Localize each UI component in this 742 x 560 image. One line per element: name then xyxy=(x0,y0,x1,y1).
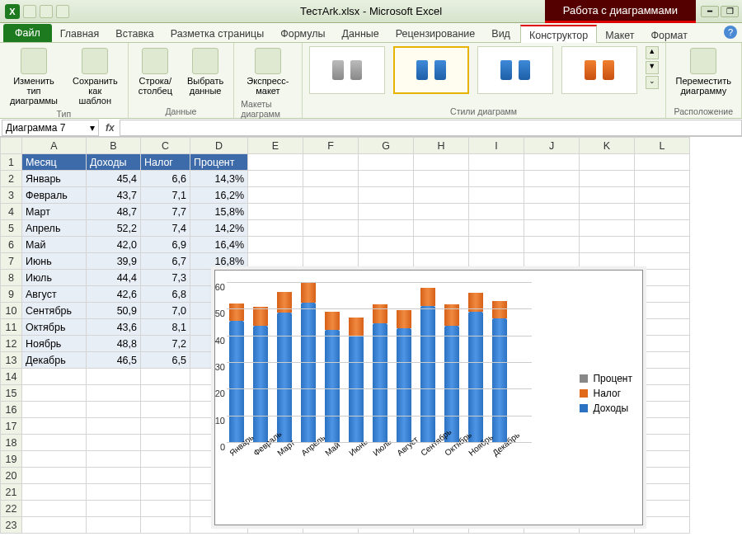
cell[interactable]: 6,5 xyxy=(141,352,190,369)
cell[interactable] xyxy=(580,154,635,171)
tab-insert[interactable]: Вставка xyxy=(107,25,162,42)
cell[interactable] xyxy=(469,154,524,171)
cell[interactable] xyxy=(469,187,524,204)
cell[interactable] xyxy=(359,204,414,220)
cell[interactable] xyxy=(141,435,190,451)
cell[interactable] xyxy=(635,220,690,237)
chart-style-4[interactable] xyxy=(561,46,637,94)
cell[interactable]: Июль xyxy=(22,270,87,286)
move-chart-button[interactable]: Переместить диаграмму xyxy=(673,46,735,97)
cell[interactable] xyxy=(141,501,190,517)
tab-review[interactable]: Рецензирование xyxy=(387,25,484,42)
tab-file[interactable]: Файл xyxy=(3,24,52,42)
cell[interactable] xyxy=(303,220,359,237)
cell[interactable]: Сентябрь xyxy=(22,303,87,319)
cell[interactable]: Июнь xyxy=(22,253,87,270)
cell[interactable]: Налог xyxy=(141,154,190,171)
cell[interactable]: 43,7 xyxy=(87,187,141,204)
cell[interactable] xyxy=(580,187,635,204)
cell[interactable] xyxy=(141,385,190,402)
cell[interactable]: Январь xyxy=(22,171,87,187)
cell[interactable] xyxy=(414,204,469,220)
cell[interactable] xyxy=(303,237,359,253)
cell[interactable]: 43,6 xyxy=(87,319,141,336)
cell[interactable] xyxy=(22,369,87,385)
cell[interactable] xyxy=(87,369,141,385)
tab-formulas[interactable]: Формулы xyxy=(272,25,333,42)
cell[interactable] xyxy=(469,171,524,187)
column-header[interactable]: H xyxy=(414,138,469,154)
cell[interactable]: 44,4 xyxy=(87,270,141,286)
chart-bar[interactable] xyxy=(396,310,412,442)
cell[interactable] xyxy=(248,171,303,187)
embedded-chart[interactable]: 0102030405060 xyxy=(214,270,643,525)
cell[interactable] xyxy=(248,220,303,237)
cell[interactable]: 7,3 xyxy=(141,270,190,286)
cell[interactable] xyxy=(248,154,303,171)
save-as-template-button[interactable]: Сохранить как шаблон xyxy=(69,46,121,107)
column-header[interactable]: L xyxy=(635,138,690,154)
cell[interactable]: Ноябрь xyxy=(22,336,87,352)
cell[interactable]: 45,4 xyxy=(87,171,141,187)
cell[interactable] xyxy=(141,369,190,385)
cell[interactable] xyxy=(22,451,87,468)
row-header[interactable]: 20 xyxy=(1,468,22,484)
cell[interactable] xyxy=(22,501,87,517)
chart-bar[interactable] xyxy=(491,301,508,442)
chart-bar[interactable] xyxy=(467,293,484,442)
qat-redo-icon[interactable] xyxy=(56,5,69,18)
cell[interactable] xyxy=(414,171,469,187)
cell[interactable] xyxy=(248,253,303,270)
formula-input[interactable] xyxy=(120,120,742,136)
cell[interactable] xyxy=(22,418,87,435)
cell[interactable]: 7,2 xyxy=(141,336,190,352)
cell[interactable] xyxy=(22,468,87,484)
cell[interactable] xyxy=(469,220,524,237)
style-scroll-up-icon[interactable]: ▲ xyxy=(646,46,659,59)
cell[interactable] xyxy=(87,468,141,484)
cell[interactable] xyxy=(524,220,580,237)
cell[interactable] xyxy=(87,501,141,517)
style-more-icon[interactable]: ⌄ xyxy=(646,76,659,89)
cell[interactable] xyxy=(524,237,580,253)
cell[interactable] xyxy=(141,402,190,418)
row-header[interactable]: 22 xyxy=(1,501,22,517)
row-header[interactable]: 8 xyxy=(1,270,22,286)
cell[interactable] xyxy=(635,253,690,270)
cell[interactable] xyxy=(524,154,580,171)
cell[interactable] xyxy=(359,187,414,204)
column-header[interactable]: B xyxy=(87,138,141,154)
cell[interactable] xyxy=(580,220,635,237)
cell[interactable]: Месяц xyxy=(22,154,87,171)
column-header[interactable]: E xyxy=(248,138,303,154)
row-header[interactable]: 6 xyxy=(1,237,22,253)
cell[interactable]: 50,9 xyxy=(87,303,141,319)
cell[interactable]: Март xyxy=(22,204,87,220)
cell[interactable]: 6,9 xyxy=(141,237,190,253)
quick-layout-button[interactable]: Экспресс-макет xyxy=(241,46,294,97)
chart-bar[interactable] xyxy=(444,304,460,442)
column-header[interactable]: I xyxy=(469,138,524,154)
cell[interactable] xyxy=(87,435,141,451)
cell[interactable] xyxy=(303,204,359,220)
cell[interactable]: Май xyxy=(22,237,87,253)
tab-chart-design[interactable]: Конструктор xyxy=(520,25,597,43)
cell[interactable]: 15,8% xyxy=(190,204,248,220)
row-header[interactable]: 17 xyxy=(1,418,22,435)
chart-bar[interactable] xyxy=(372,304,388,442)
cell[interactable] xyxy=(524,204,580,220)
row-header[interactable]: 21 xyxy=(1,484,22,501)
chart-style-3[interactable] xyxy=(477,46,553,94)
cell[interactable] xyxy=(524,187,580,204)
cell[interactable] xyxy=(22,484,87,501)
cell[interactable]: 8,1 xyxy=(141,319,190,336)
cell[interactable]: 16,4% xyxy=(190,237,248,253)
fx-icon[interactable]: fx xyxy=(101,122,120,134)
cell[interactable] xyxy=(359,253,414,270)
cell[interactable]: 48,7 xyxy=(87,204,141,220)
chart-bar[interactable] xyxy=(228,304,245,442)
column-header[interactable]: A xyxy=(22,138,87,154)
column-header[interactable]: C xyxy=(141,138,190,154)
chart-bar[interactable] xyxy=(420,288,436,442)
row-header[interactable]: 4 xyxy=(1,204,22,220)
